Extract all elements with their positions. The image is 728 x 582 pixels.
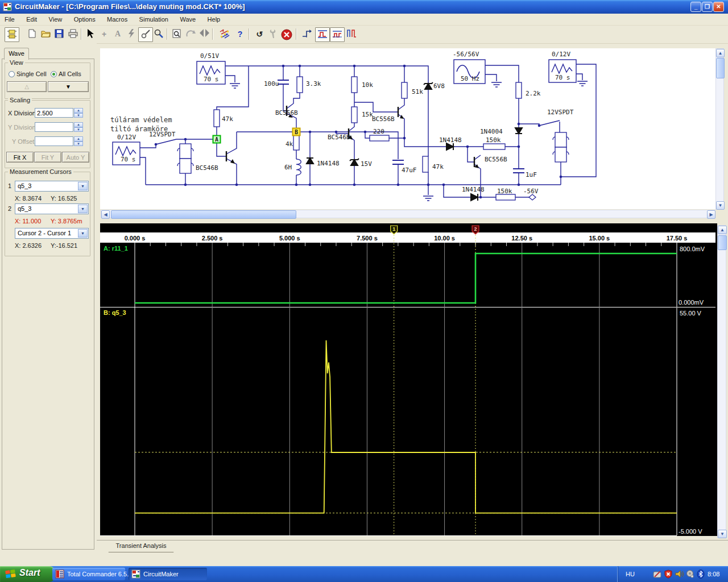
- wave-scroll-up-icon[interactable]: ▲: [718, 226, 727, 234]
- bluetooth-icon[interactable]: [696, 569, 705, 579]
- probe-tool-button[interactable]: [138, 27, 153, 42]
- volume-icon[interactable]: [675, 569, 684, 579]
- menu-macros[interactable]: Macros: [102, 14, 132, 25]
- schematic-hscrollbar[interactable]: ◀ ▶: [101, 210, 715, 218]
- tablet-icon[interactable]: [653, 569, 662, 579]
- cell-up-button[interactable]: △: [7, 81, 47, 92]
- menu-simulation[interactable]: Simulation: [135, 14, 173, 25]
- schematic-label: 4k: [286, 140, 293, 148]
- wire-tool-button[interactable]: +: [97, 27, 111, 41]
- menu-help[interactable]: Help: [203, 14, 225, 25]
- components-icon: [7, 30, 16, 39]
- menu-wave[interactable]: Wave: [175, 14, 200, 25]
- reset-button[interactable]: ↺: [253, 27, 266, 41]
- rotate-button[interactable]: [184, 27, 197, 41]
- minimize-button[interactable]: _: [690, 2, 701, 12]
- tools-button[interactable]: [266, 27, 280, 41]
- windows-flag-icon: [5, 569, 17, 579]
- x-division-input[interactable]: [35, 108, 73, 118]
- scope-waveform-button[interactable]: [315, 27, 330, 42]
- scroll-right-icon[interactable]: ▶: [707, 210, 715, 219]
- help-button[interactable]: ?: [233, 27, 247, 41]
- cursor-diff-select[interactable]: Cursor 2 - Cursor 1 ▼: [15, 228, 89, 239]
- cursor2-y: Y: 3.8765m: [51, 218, 82, 225]
- cursor-flag-label: 2: [474, 226, 477, 232]
- cursor1-signal-select[interactable]: q5_3 ▼: [15, 181, 89, 192]
- single-cell-label[interactable]: Single Cell: [16, 70, 47, 77]
- stop-simulation-button[interactable]: [280, 27, 293, 41]
- toolbar: + A: [0, 26, 728, 44]
- mirror-icon: [200, 29, 209, 37]
- digital-analog-button[interactable]: [218, 27, 231, 41]
- pulse-waveform-button[interactable]: [330, 27, 345, 42]
- hscroll-thumb[interactable]: [111, 210, 296, 219]
- find-button[interactable]: [170, 27, 184, 41]
- all-cells-radio[interactable]: [51, 71, 57, 77]
- step-waveform-button[interactable]: [300, 27, 314, 41]
- auto-y-button: Auto Y: [62, 152, 89, 163]
- close-button[interactable]: ✕: [713, 2, 724, 12]
- cursor2-dropdown-arrow-icon[interactable]: ▼: [78, 205, 88, 213]
- vscroll-thumb[interactable]: [716, 58, 725, 78]
- wave-scroll-down-icon[interactable]: ▼: [718, 530, 727, 538]
- mirror-button[interactable]: [197, 27, 211, 41]
- security-shield-icon[interactable]: [664, 569, 673, 579]
- menu-edit[interactable]: Edit: [22, 14, 42, 25]
- scroll-down-icon[interactable]: ▼: [716, 201, 725, 210]
- y-division-input: [35, 122, 73, 132]
- cell-down-button[interactable]: ▼: [48, 81, 89, 92]
- mixed-waveform-button[interactable]: [345, 27, 358, 41]
- probe-icon: [141, 30, 150, 39]
- single-cell-radio[interactable]: [9, 71, 15, 77]
- scaling-group-label: Scaling: [8, 97, 32, 103]
- open-file-button[interactable]: [39, 27, 52, 41]
- tab-transient-analysis[interactable]: Transient Analysis: [104, 541, 179, 552]
- cursor-diff-dropdown-arrow-icon[interactable]: ▼: [78, 229, 88, 238]
- menu-options[interactable]: Options: [69, 14, 100, 25]
- delete-tool-button[interactable]: [125, 27, 138, 41]
- cursor1-dropdown-arrow-icon[interactable]: ▼: [78, 182, 88, 190]
- schematic-vscrollbar[interactable]: ▲ ▼: [715, 48, 724, 210]
- schematic-label: 1N4148: [462, 186, 485, 193]
- restore-button[interactable]: ❐: [702, 2, 713, 12]
- components-button[interactable]: [5, 27, 19, 42]
- select-tool-button[interactable]: [84, 27, 97, 41]
- cursor-arrow-icon: [86, 29, 94, 39]
- start-button[interactable]: Start: [0, 566, 56, 582]
- fit-x-button[interactable]: Fit X: [6, 152, 34, 163]
- waveform-vscrollbar[interactable]: ▲ ▼: [717, 225, 726, 538]
- schematic-label: BC556B: [275, 109, 298, 117]
- language-indicator[interactable]: HU: [622, 566, 638, 582]
- schematic-label: BC556B: [485, 156, 507, 163]
- tab-strip-line: [97, 540, 728, 541]
- all-cells-label[interactable]: All Cells: [59, 70, 81, 77]
- scroll-left-icon[interactable]: ◀: [101, 210, 110, 219]
- schematic-label: 50 Hz: [461, 75, 479, 82]
- tab-wave[interactable]: Wave: [4, 48, 29, 60]
- y-division-label: Y Division: [8, 124, 36, 131]
- trace-name-label: A: r11_1: [104, 245, 128, 252]
- schematic-label: 15V: [361, 160, 372, 168]
- schematic-canvas[interactable]: 0/51V70 s100u3.3ktúláram védelemtiltó ár…: [100, 48, 715, 209]
- print-button[interactable]: [66, 27, 80, 41]
- task-circuitmaker[interactable]: CircuitMaker: [129, 568, 207, 580]
- mixed-waveform-icon: [346, 29, 357, 38]
- cursor2-signal-select[interactable]: q5_3 ▼: [15, 203, 89, 214]
- waveform-plot[interactable]: 0.000 s2.500 s5.000 s7.500 s10.00 s12.50…: [100, 223, 717, 539]
- menu-view[interactable]: View: [44, 14, 67, 25]
- wave-vscroll-thumb[interactable]: [718, 235, 727, 250]
- menu-bar: File Edit View Options Macros Simulation…: [0, 14, 728, 26]
- speaker-device-icon[interactable]: [685, 569, 694, 579]
- save-button[interactable]: [52, 27, 66, 41]
- scroll-up-icon[interactable]: ▲: [716, 49, 725, 57]
- new-file-button[interactable]: [25, 27, 39, 41]
- task-total-commander[interactable]: Total Commander 6.5...: [52, 568, 125, 580]
- menu-file[interactable]: File: [0, 14, 19, 25]
- new-file-icon: [27, 29, 36, 38]
- zoom-tool-button[interactable]: [152, 27, 166, 41]
- wrench-icon: [269, 29, 277, 39]
- view-group-label: View: [8, 59, 25, 66]
- x-division-spinner[interactable]: ▲▼: [74, 108, 83, 118]
- text-tool-button[interactable]: A: [111, 27, 125, 41]
- schematic-label: 3.3k: [306, 80, 321, 88]
